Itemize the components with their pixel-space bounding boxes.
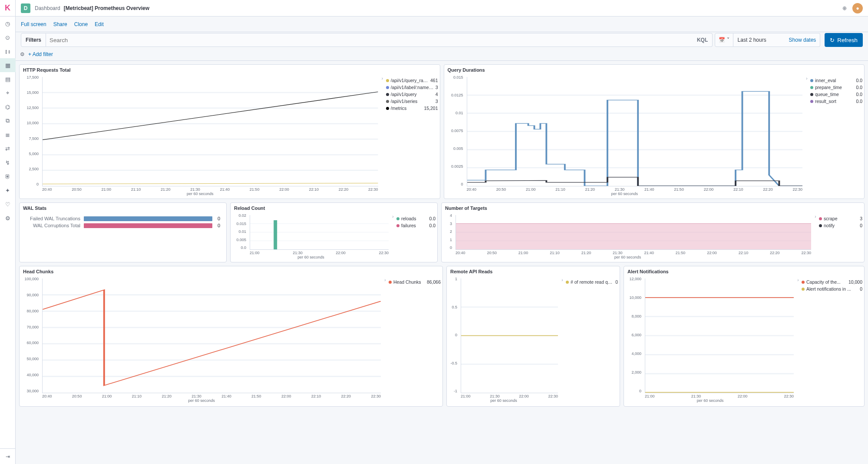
axis-tick: 0 xyxy=(447,333,457,337)
nav-dashboard-icon[interactable]: ▦ xyxy=(0,58,16,72)
share-link[interactable]: Share xyxy=(53,21,67,27)
legend-item[interactable]: inner_eval0.0 xyxy=(810,77,862,84)
legend-label: notify xyxy=(824,222,858,229)
axis-tick: 1 xyxy=(442,238,452,242)
legend-collapse-icon[interactable]: › xyxy=(805,75,809,198)
axis-tick: 21:50 xyxy=(674,187,684,192)
axis-tick: 15,000 xyxy=(20,90,39,95)
legend-item[interactable]: notify0 xyxy=(819,222,862,229)
nav-maps-icon[interactable]: ⌖ xyxy=(0,86,16,100)
clone-link[interactable]: Clone xyxy=(74,21,88,27)
axis-tick: 22:30 xyxy=(801,251,811,255)
legend-item[interactable]: /metrics15,201 xyxy=(386,105,438,112)
filters-label: Filters xyxy=(21,33,46,47)
nav-management-icon[interactable]: ⚙ xyxy=(0,211,16,225)
axis-tick: 22:20 xyxy=(763,187,773,192)
axis-tick: 20:50 xyxy=(487,251,497,255)
legend-item[interactable]: /api/v1/query4 xyxy=(386,91,438,98)
show-dates-link[interactable]: Show dates xyxy=(789,37,816,43)
legend-swatch xyxy=(396,217,399,220)
add-filter-link[interactable]: + Add filter xyxy=(28,51,53,57)
legend-item[interactable]: /api/v1/series3 xyxy=(386,98,438,105)
legend-item[interactable]: reloads0.0 xyxy=(396,215,436,222)
refresh-button[interactable]: ↻ Refresh xyxy=(825,33,863,47)
breadcrumb[interactable]: Dashboard xyxy=(35,5,60,11)
date-picker-quick-icon[interactable]: 📅 ˅ xyxy=(715,33,733,47)
axis-tick: 0.0075 xyxy=(444,129,463,133)
axis-tick: 21:10 xyxy=(131,187,141,192)
legend-item[interactable]: scrape3 xyxy=(819,215,862,222)
legend-item[interactable]: failures0.0 xyxy=(396,222,436,229)
legend-item[interactable]: result_sort0.0 xyxy=(810,98,862,105)
legend-item[interactable]: # of remote read que...0 xyxy=(566,278,618,285)
axis-tick: 21:50 xyxy=(676,251,686,255)
axis-tick: 17,500 xyxy=(20,75,39,80)
legend-collapse-icon[interactable]: › xyxy=(796,277,800,405)
nav-collapse-icon[interactable]: ⇥ xyxy=(0,448,16,464)
wal-bar xyxy=(84,216,212,221)
nav-uptime-icon[interactable]: ↯ xyxy=(0,156,16,169)
axis-tick: 21:00 xyxy=(518,251,528,255)
legend-item[interactable]: Alert notifications in ...0 xyxy=(802,285,862,292)
panel-title: Alert Notifications xyxy=(624,266,864,277)
axis-tick: 22:00 xyxy=(707,251,717,255)
nav-apm-icon[interactable]: ⇄ xyxy=(0,142,16,156)
panel-remote-api-reads: Remote API Reads 10.50-0.5-1 xyxy=(446,266,620,407)
legend-value: 3 xyxy=(436,84,438,90)
nav-recently-viewed-icon[interactable]: ◷ xyxy=(0,17,16,30)
legend-item[interactable]: /api/v1/label/:name/v...3 xyxy=(386,84,438,91)
x-axis-title: per 60 seconds xyxy=(231,255,391,261)
axis-tick: 60,000 xyxy=(20,341,39,345)
legend-swatch xyxy=(810,93,813,96)
legend-value: 86,066 xyxy=(427,279,441,285)
legend-collapse-icon[interactable]: › xyxy=(383,277,387,405)
nav-devtools-icon[interactable]: ✦ xyxy=(0,183,16,197)
axis-tick: 22:30 xyxy=(371,394,381,398)
nav-canvas-icon[interactable]: ▤ xyxy=(0,72,16,86)
wal-label: WAL Corruptions Total xyxy=(24,223,80,228)
legend-swatch xyxy=(802,288,805,291)
nav-ml-icon[interactable]: ⌬ xyxy=(0,100,16,114)
nav-discover-icon[interactable]: ⊙ xyxy=(0,30,16,44)
legend-collapse-icon[interactable]: › xyxy=(814,213,817,262)
nav-logs-icon[interactable]: ≣ xyxy=(0,128,16,142)
legend-collapse-icon[interactable]: › xyxy=(561,277,564,405)
search-input[interactable] xyxy=(46,33,713,47)
legend-item[interactable]: /api/v1/query_range461 xyxy=(386,77,438,84)
axis-tick: 21:20 xyxy=(581,251,591,255)
nav-metrics-icon[interactable]: ⧉ xyxy=(0,114,16,128)
legend-value: 4 xyxy=(436,91,438,97)
legend-item[interactable]: queue_time0.0 xyxy=(810,91,862,98)
axis-tick: 22:10 xyxy=(311,394,321,398)
nav-stack-monitoring-icon[interactable]: ♡ xyxy=(0,197,16,211)
x-axis-title: per 60 seconds xyxy=(20,192,381,198)
avatar[interactable]: ● xyxy=(852,3,863,13)
edit-link[interactable]: Edit xyxy=(95,21,104,27)
help-icon[interactable]: ⊕ xyxy=(839,3,850,13)
legend-collapse-icon[interactable]: › xyxy=(381,75,384,198)
filter-settings-icon[interactable]: ⚙ xyxy=(20,51,25,57)
legend-label: Head Chunks xyxy=(393,279,425,285)
axis-tick: 90,000 xyxy=(20,293,39,297)
legend-item[interactable]: Capacity of the...10,000 xyxy=(802,278,862,285)
legend-item[interactable]: Head Chunks86,066 xyxy=(389,278,441,285)
axis-tick: 22:20 xyxy=(770,251,780,255)
legend-item[interactable]: prepare_time0.0 xyxy=(810,84,862,91)
legend-value: 10,000 xyxy=(848,279,862,285)
fullscreen-link[interactable]: Full screen xyxy=(21,21,46,27)
legend-collapse-icon[interactable]: › xyxy=(391,213,395,262)
axis-tick: 21:40 xyxy=(220,187,230,192)
toolbar: Full screen Share Clone Edit xyxy=(16,17,868,32)
svg-rect-14 xyxy=(274,220,277,249)
nav-visualize-icon[interactable]: ⫿⫾ xyxy=(0,44,16,58)
legend-label: /api/v1/query xyxy=(391,91,434,97)
axis-tick: 22:10 xyxy=(733,187,743,192)
kibana-logo[interactable]: K xyxy=(0,0,16,17)
axis-tick: 21:10 xyxy=(550,251,560,255)
legend-swatch xyxy=(396,224,399,227)
axis-tick: 22:20 xyxy=(339,187,349,192)
kql-toggle[interactable]: KQL xyxy=(697,37,708,43)
panel-wal-stats: WAL Stats Failed WAL Truncations0WAL Cor… xyxy=(19,202,227,262)
axis-tick: 21:20 xyxy=(162,394,172,398)
nav-siem-icon[interactable]: ⛨ xyxy=(0,169,16,183)
